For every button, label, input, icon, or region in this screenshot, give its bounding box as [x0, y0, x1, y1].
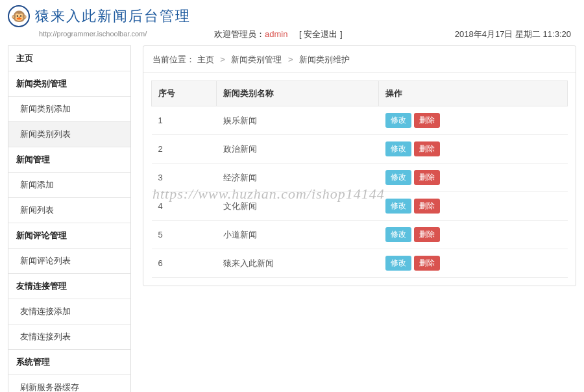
panel: 当前位置： 主页 > 新闻类别管理 > 新闻类别维护 序号 新闻类别名称 操作 …: [143, 45, 576, 286]
cell-name: 文化新闻: [217, 192, 379, 221]
col-index: 序号: [152, 81, 217, 106]
sidebar: 主页 新闻类别管理 新闻类别添加 新闻类别列表 新闻管理 新闻添加 新闻列表 新…: [8, 45, 131, 392]
sidebar-news-mgmt[interactable]: 新闻管理: [8, 147, 130, 173]
breadcrumb-label: 当前位置：: [152, 55, 195, 64]
table-header-row: 序号 新闻类别名称 操作: [152, 81, 568, 106]
edit-button[interactable]: 修改: [385, 141, 411, 156]
cell-index: 3: [152, 164, 217, 192]
sidebar-comment-list[interactable]: 新闻评论列表: [8, 249, 130, 274]
logout-link[interactable]: [ 安全退出 ]: [299, 29, 342, 39]
chevron-right-icon: >: [220, 55, 225, 64]
sidebar-refresh-cache[interactable]: 刷新服务器缓存: [8, 375, 130, 392]
site-title: 猿来入此新闻后台管理: [35, 6, 191, 26]
cell-name: 小道新闻: [217, 221, 379, 249]
breadcrumb-cat-mgmt[interactable]: 新闻类别管理: [231, 55, 282, 64]
admin-name: admin: [265, 29, 287, 39]
breadcrumb: 当前位置： 主页 > 新闻类别管理 > 新闻类别维护: [143, 46, 576, 73]
sidebar-link-mgmt[interactable]: 友情连接管理: [8, 274, 130, 299]
welcome-prefix: 欢迎管理员：: [214, 29, 265, 39]
table-row: 1娱乐新闻修改删除: [152, 106, 568, 135]
cell-index: 6: [152, 249, 217, 278]
cell-name: 娱乐新闻: [217, 106, 379, 135]
category-table: 序号 新闻类别名称 操作 1娱乐新闻修改删除2政治新闻修改删除3经济新闻修改删除…: [151, 80, 568, 278]
cell-actions: 修改删除: [379, 192, 568, 221]
sidebar-link-add[interactable]: 友情连接添加: [8, 299, 130, 325]
cell-index: 5: [152, 221, 217, 249]
edit-button[interactable]: 修改: [385, 199, 411, 214]
table-row: 6猿来入此新闻修改删除: [152, 249, 568, 278]
table-row: 5小道新闻修改删除: [152, 221, 568, 249]
delete-button[interactable]: 删除: [414, 227, 440, 242]
cell-actions: 修改删除: [379, 135, 568, 164]
sidebar-category-mgmt[interactable]: 新闻类别管理: [8, 71, 130, 97]
cell-index: 4: [152, 192, 217, 221]
cell-index: 2: [152, 135, 217, 164]
cell-actions: 修改删除: [379, 249, 568, 278]
sidebar-comment-mgmt[interactable]: 新闻评论管理: [8, 223, 130, 249]
cell-index: 1: [152, 106, 217, 135]
breadcrumb-current: 新闻类别维护: [299, 55, 350, 64]
edit-button[interactable]: 修改: [385, 113, 411, 128]
delete-button[interactable]: 删除: [414, 141, 440, 156]
cell-actions: 修改删除: [379, 164, 568, 192]
table-row: 2政治新闻修改删除: [152, 135, 568, 164]
table-row: 4文化新闻修改删除: [152, 192, 568, 221]
sidebar-home[interactable]: 主页: [8, 46, 130, 71]
welcome-text: 欢迎管理员：admin [ 安全退出 ]: [214, 29, 343, 40]
cell-name: 经济新闻: [217, 164, 379, 192]
edit-button[interactable]: 修改: [385, 256, 411, 271]
edit-button[interactable]: 修改: [385, 170, 411, 185]
sidebar-sys-mgmt[interactable]: 系统管理: [8, 350, 130, 375]
edit-button[interactable]: 修改: [385, 227, 411, 242]
cell-actions: 修改删除: [379, 106, 568, 135]
breadcrumb-home[interactable]: 主页: [197, 55, 214, 64]
table-row: 3经济新闻修改删除: [152, 164, 568, 192]
col-name: 新闻类别名称: [217, 81, 379, 106]
delete-button[interactable]: 删除: [414, 256, 440, 271]
delete-button[interactable]: 删除: [414, 113, 440, 128]
chevron-right-icon: >: [288, 55, 293, 64]
cell-name: 猿来入此新闻: [217, 249, 379, 278]
sidebar-news-list[interactable]: 新闻列表: [8, 198, 130, 223]
delete-button[interactable]: 删除: [414, 170, 440, 185]
sidebar-news-add[interactable]: 新闻添加: [8, 173, 130, 198]
cell-actions: 修改删除: [379, 221, 568, 249]
datetime: 2018年4月17日 星期二 11:3:20: [455, 29, 571, 40]
monkey-logo-icon: 🐵: [8, 5, 30, 27]
sidebar-link-list[interactable]: 友情连接列表: [8, 325, 130, 350]
sidebar-category-add[interactable]: 新闻类别添加: [8, 97, 130, 122]
main: 当前位置： 主页 > 新闻类别管理 > 新闻类别维护 序号 新闻类别名称 操作 …: [143, 45, 576, 392]
cell-name: 政治新闻: [217, 135, 379, 164]
sidebar-category-list[interactable]: 新闻类别列表: [8, 122, 130, 147]
delete-button[interactable]: 删除: [414, 199, 440, 214]
logo-block: 🐵 猿来入此新闻后台管理: [8, 5, 191, 27]
col-action: 操作: [379, 81, 568, 106]
